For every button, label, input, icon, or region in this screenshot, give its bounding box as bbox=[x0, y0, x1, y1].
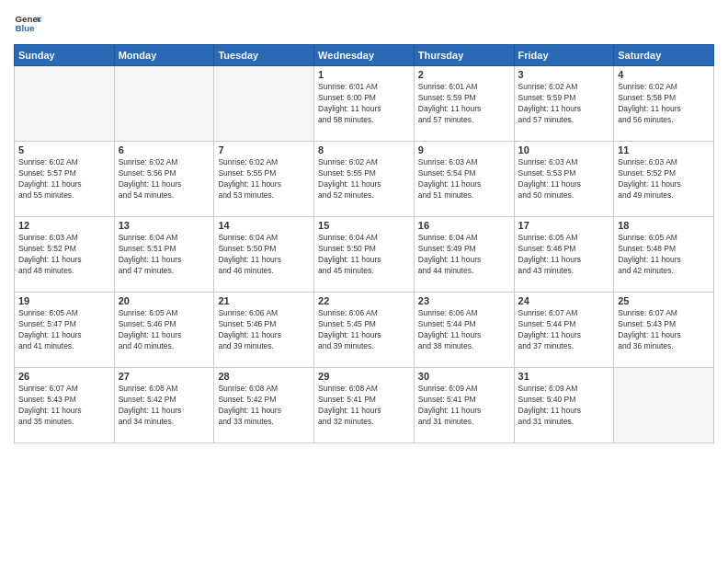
day-number: 29 bbox=[318, 371, 410, 382]
calendar-cell bbox=[214, 66, 314, 142]
day-number: 9 bbox=[418, 144, 510, 155]
day-of-week-header: Sunday bbox=[15, 45, 115, 66]
calendar-cell: 27Sunrise: 6:08 AMSunset: 5:42 PMDayligh… bbox=[114, 368, 214, 443]
day-of-week-header: Tuesday bbox=[214, 45, 314, 66]
day-info: Sunrise: 6:08 AMSunset: 5:42 PMDaylight:… bbox=[218, 384, 310, 428]
day-info: Sunrise: 6:02 AMSunset: 5:56 PMDaylight:… bbox=[119, 157, 210, 201]
day-number: 12 bbox=[18, 220, 110, 231]
day-number: 17 bbox=[518, 220, 610, 231]
calendar-week-row: 19Sunrise: 6:05 AMSunset: 5:47 PMDayligh… bbox=[15, 293, 714, 368]
day-number: 11 bbox=[618, 144, 710, 155]
calendar-cell: 12Sunrise: 6:03 AMSunset: 5:52 PMDayligh… bbox=[15, 217, 115, 293]
calendar-cell bbox=[15, 66, 115, 142]
day-info: Sunrise: 6:03 AMSunset: 5:52 PMDaylight:… bbox=[18, 233, 110, 277]
calendar-cell: 24Sunrise: 6:07 AMSunset: 5:44 PMDayligh… bbox=[514, 293, 614, 368]
calendar-cell bbox=[114, 66, 214, 142]
day-info: Sunrise: 6:02 AMSunset: 5:57 PMDaylight:… bbox=[18, 157, 110, 201]
day-info: Sunrise: 6:01 AMSunset: 6:00 PMDaylight:… bbox=[318, 82, 410, 126]
day-number: 22 bbox=[318, 295, 410, 306]
calendar-cell: 8Sunrise: 6:02 AMSunset: 5:55 PMDaylight… bbox=[314, 142, 415, 217]
calendar-cell: 9Sunrise: 6:03 AMSunset: 5:54 PMDaylight… bbox=[414, 142, 514, 217]
day-info: Sunrise: 6:02 AMSunset: 5:55 PMDaylight:… bbox=[318, 157, 410, 201]
calendar-cell: 17Sunrise: 6:05 AMSunset: 5:48 PMDayligh… bbox=[514, 217, 614, 293]
logo: General Blue bbox=[14, 9, 41, 37]
calendar-cell: 11Sunrise: 6:03 AMSunset: 5:52 PMDayligh… bbox=[614, 142, 714, 217]
day-number: 1 bbox=[318, 69, 410, 80]
day-number: 4 bbox=[618, 69, 710, 80]
calendar-week-row: 12Sunrise: 6:03 AMSunset: 5:52 PMDayligh… bbox=[15, 217, 714, 293]
day-number: 10 bbox=[518, 144, 610, 155]
day-info: Sunrise: 6:05 AMSunset: 5:48 PMDaylight:… bbox=[518, 233, 610, 277]
day-info: Sunrise: 6:04 AMSunset: 5:49 PMDaylight:… bbox=[418, 233, 510, 277]
day-info: Sunrise: 6:03 AMSunset: 5:54 PMDaylight:… bbox=[418, 157, 510, 201]
day-info: Sunrise: 6:08 AMSunset: 5:42 PMDaylight:… bbox=[119, 384, 210, 428]
day-info: Sunrise: 6:04 AMSunset: 5:50 PMDaylight:… bbox=[218, 233, 310, 277]
day-info: Sunrise: 6:07 AMSunset: 5:44 PMDaylight:… bbox=[518, 308, 610, 352]
calendar-cell: 25Sunrise: 6:07 AMSunset: 5:43 PMDayligh… bbox=[614, 293, 714, 368]
day-info: Sunrise: 6:06 AMSunset: 5:44 PMDaylight:… bbox=[418, 308, 510, 352]
day-of-week-header: Friday bbox=[514, 45, 614, 66]
calendar-week-row: 1Sunrise: 6:01 AMSunset: 6:00 PMDaylight… bbox=[15, 66, 714, 142]
calendar-header-row: SundayMondayTuesdayWednesdayThursdayFrid… bbox=[15, 45, 714, 66]
day-number: 14 bbox=[218, 220, 310, 231]
day-number: 19 bbox=[18, 295, 110, 306]
calendar-cell: 14Sunrise: 6:04 AMSunset: 5:50 PMDayligh… bbox=[214, 217, 314, 293]
calendar-cell: 19Sunrise: 6:05 AMSunset: 5:47 PMDayligh… bbox=[15, 293, 115, 368]
calendar-cell: 3Sunrise: 6:02 AMSunset: 5:59 PMDaylight… bbox=[514, 66, 614, 142]
day-info: Sunrise: 6:08 AMSunset: 5:41 PMDaylight:… bbox=[318, 384, 410, 428]
calendar-cell: 15Sunrise: 6:04 AMSunset: 5:50 PMDayligh… bbox=[314, 217, 415, 293]
calendar-week-row: 26Sunrise: 6:07 AMSunset: 5:43 PMDayligh… bbox=[15, 368, 714, 443]
day-number: 23 bbox=[418, 295, 510, 306]
calendar-cell: 1Sunrise: 6:01 AMSunset: 6:00 PMDaylight… bbox=[314, 66, 415, 142]
day-number: 31 bbox=[518, 371, 610, 382]
day-info: Sunrise: 6:02 AMSunset: 5:58 PMDaylight:… bbox=[618, 82, 710, 126]
calendar-cell: 22Sunrise: 6:06 AMSunset: 5:45 PMDayligh… bbox=[314, 293, 415, 368]
day-of-week-header: Wednesday bbox=[314, 45, 415, 66]
day-info: Sunrise: 6:05 AMSunset: 5:48 PMDaylight:… bbox=[618, 233, 710, 277]
calendar-cell: 7Sunrise: 6:02 AMSunset: 5:55 PMDaylight… bbox=[214, 142, 314, 217]
day-number: 18 bbox=[618, 220, 710, 231]
day-number: 7 bbox=[218, 144, 310, 155]
day-info: Sunrise: 6:06 AMSunset: 5:46 PMDaylight:… bbox=[218, 308, 310, 352]
day-number: 2 bbox=[418, 69, 510, 80]
day-number: 5 bbox=[18, 144, 110, 155]
day-number: 16 bbox=[418, 220, 510, 231]
day-number: 27 bbox=[119, 371, 210, 382]
day-info: Sunrise: 6:02 AMSunset: 5:55 PMDaylight:… bbox=[218, 157, 310, 201]
day-info: Sunrise: 6:06 AMSunset: 5:45 PMDaylight:… bbox=[318, 308, 410, 352]
calendar-cell: 30Sunrise: 6:09 AMSunset: 5:41 PMDayligh… bbox=[414, 368, 514, 443]
day-of-week-header: Thursday bbox=[414, 45, 514, 66]
day-number: 21 bbox=[218, 295, 310, 306]
day-number: 8 bbox=[318, 144, 410, 155]
day-info: Sunrise: 6:07 AMSunset: 5:43 PMDaylight:… bbox=[618, 308, 710, 352]
page: General Blue SundayMondayTuesdayWednesda… bbox=[0, 0, 728, 563]
logo-icon: General Blue bbox=[14, 9, 41, 37]
header: General Blue bbox=[14, 9, 714, 37]
calendar-cell: 28Sunrise: 6:08 AMSunset: 5:42 PMDayligh… bbox=[214, 368, 314, 443]
calendar-cell bbox=[614, 368, 714, 443]
day-number: 3 bbox=[518, 69, 610, 80]
day-number: 13 bbox=[119, 220, 210, 231]
day-info: Sunrise: 6:02 AMSunset: 5:59 PMDaylight:… bbox=[518, 82, 610, 126]
calendar: SundayMondayTuesdayWednesdayThursdayFrid… bbox=[14, 44, 714, 443]
calendar-cell: 23Sunrise: 6:06 AMSunset: 5:44 PMDayligh… bbox=[414, 293, 514, 368]
day-info: Sunrise: 6:03 AMSunset: 5:52 PMDaylight:… bbox=[618, 157, 710, 201]
calendar-cell: 6Sunrise: 6:02 AMSunset: 5:56 PMDaylight… bbox=[114, 142, 214, 217]
day-info: Sunrise: 6:09 AMSunset: 5:41 PMDaylight:… bbox=[418, 384, 510, 428]
day-number: 20 bbox=[119, 295, 210, 306]
calendar-cell: 21Sunrise: 6:06 AMSunset: 5:46 PMDayligh… bbox=[214, 293, 314, 368]
calendar-cell: 13Sunrise: 6:04 AMSunset: 5:51 PMDayligh… bbox=[114, 217, 214, 293]
day-info: Sunrise: 6:03 AMSunset: 5:53 PMDaylight:… bbox=[518, 157, 610, 201]
calendar-cell: 10Sunrise: 6:03 AMSunset: 5:53 PMDayligh… bbox=[514, 142, 614, 217]
day-of-week-header: Saturday bbox=[614, 45, 714, 66]
day-info: Sunrise: 6:05 AMSunset: 5:47 PMDaylight:… bbox=[18, 308, 110, 352]
calendar-week-row: 5Sunrise: 6:02 AMSunset: 5:57 PMDaylight… bbox=[15, 142, 714, 217]
day-info: Sunrise: 6:09 AMSunset: 5:40 PMDaylight:… bbox=[518, 384, 610, 428]
day-number: 30 bbox=[418, 371, 510, 382]
day-number: 26 bbox=[18, 371, 110, 382]
day-number: 28 bbox=[218, 371, 310, 382]
day-number: 6 bbox=[119, 144, 210, 155]
day-of-week-header: Monday bbox=[114, 45, 214, 66]
day-number: 24 bbox=[518, 295, 610, 306]
calendar-cell: 4Sunrise: 6:02 AMSunset: 5:58 PMDaylight… bbox=[614, 66, 714, 142]
